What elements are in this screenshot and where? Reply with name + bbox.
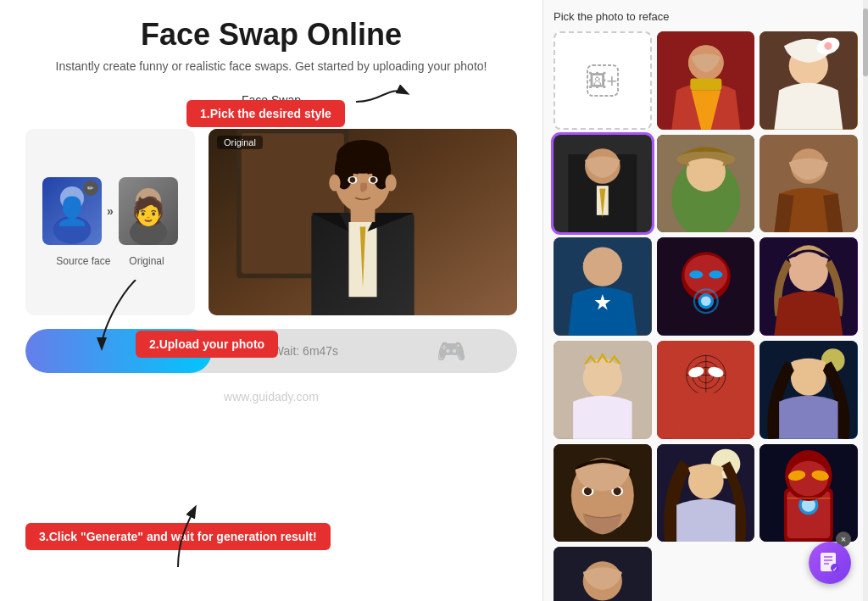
photo-cell-7[interactable] (657, 237, 755, 336)
svg-point-4 (136, 188, 161, 214)
svg-point-24 (385, 175, 396, 192)
photo-cell-14[interactable] (760, 444, 858, 543)
photo-cell-15[interactable] (554, 547, 652, 601)
svg-text:🖼+: 🖼+ (587, 70, 617, 92)
photo-cell-8[interactable] (760, 237, 858, 336)
photo-cell-11[interactable] (760, 341, 858, 439)
chevron-icon: » (107, 204, 114, 218)
svg-point-34 (825, 42, 832, 50)
svg-point-56 (709, 271, 722, 279)
page-title: Face Swap Online (25, 17, 517, 53)
face-labels: Source face Original (56, 255, 164, 267)
photo-cell-5[interactable] (760, 135, 858, 233)
svg-rect-30 (690, 79, 721, 91)
chatbot-button[interactable]: ✓ (809, 542, 851, 584)
svg-point-21 (350, 177, 356, 183)
chatbot-icon: ✓ (818, 551, 842, 575)
face-pair: ✏ » (42, 177, 178, 245)
photo-cell-10[interactable] (657, 341, 755, 439)
photo-cell-6[interactable] (554, 237, 652, 336)
original-face-label: Original (129, 255, 164, 267)
svg-point-55 (689, 271, 703, 279)
annotation-3: 3.Click "Generate" and wait for generati… (25, 523, 331, 550)
photo-grid: 🖼+ (554, 31, 858, 601)
photo-cell-2[interactable] (760, 31, 858, 130)
scrollbar[interactable] (863, 0, 868, 601)
original-label: Original (217, 136, 263, 149)
left-panel: Face Swap Online Instantly create funny … (0, 0, 542, 601)
original-face-thumb (119, 177, 178, 245)
photo-cell-3[interactable] (554, 135, 652, 233)
annotation-2: 2.Upload your photo (136, 331, 278, 358)
watermark: www.guidady.com (25, 390, 517, 403)
photo-cell-12[interactable] (554, 444, 652, 543)
svg-point-23 (329, 175, 340, 192)
add-photo-cell[interactable]: 🖼+ (554, 31, 652, 130)
subtitle: Instantly create funny or realistic face… (25, 59, 517, 73)
content-area: ✏ » Source face Original Original (25, 129, 517, 315)
pick-label: Pick the photo to reface (554, 10, 858, 23)
svg-point-53 (701, 297, 711, 307)
svg-point-22 (370, 177, 376, 183)
svg-point-5 (130, 219, 167, 245)
main-image: Original (209, 129, 517, 315)
progress-icon: 🎮 (437, 337, 466, 365)
svg-text:✓: ✓ (832, 566, 837, 572)
scroll-thumb[interactable] (863, 8, 868, 76)
svg-point-2 (60, 186, 84, 210)
edit-badge: ✏ (83, 181, 98, 196)
photo-cell-4[interactable] (657, 135, 755, 233)
source-face-label: Source face (56, 255, 110, 267)
annotation-1: 1.Pick the desired style (186, 100, 345, 127)
photo-cell-13[interactable] (657, 444, 755, 543)
right-panel: Pick the photo to reface 🖼+ (542, 0, 868, 601)
add-photo-icon: 🖼+ (586, 64, 620, 97)
upload-box[interactable]: ✏ » Source face Original (25, 129, 195, 315)
photo-cell-1[interactable] (657, 31, 755, 130)
photo-cell-9[interactable] (554, 341, 652, 439)
source-face-thumb[interactable]: ✏ (42, 177, 102, 245)
svg-point-3 (53, 217, 91, 244)
